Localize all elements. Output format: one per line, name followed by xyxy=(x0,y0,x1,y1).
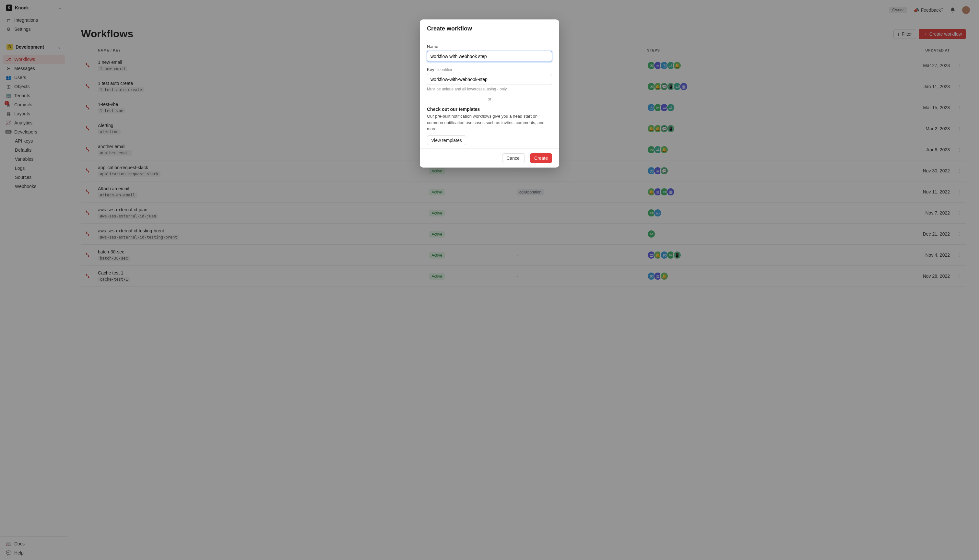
key-hint: Identifier xyxy=(437,67,452,72)
create-label: Create xyxy=(534,155,548,161)
view-templates-label: View templates xyxy=(431,138,462,143)
or-text: or xyxy=(487,97,492,102)
view-templates-button[interactable]: View templates xyxy=(427,135,466,145)
key-input[interactable] xyxy=(427,74,552,85)
key-label-text: Key xyxy=(427,67,434,72)
templates-desc: Our pre-built notification workflows giv… xyxy=(427,113,552,132)
name-label: Name xyxy=(427,44,552,49)
create-button[interactable]: Create xyxy=(530,153,552,163)
cancel-button[interactable]: Cancel xyxy=(502,153,525,163)
cancel-label: Cancel xyxy=(506,155,520,161)
modal-title: Create workflow xyxy=(420,20,559,38)
or-separator: or xyxy=(427,97,552,102)
key-label: Key Identifier xyxy=(427,67,552,72)
create-workflow-modal: Create workflow Name Key Identifier Must… xyxy=(420,20,559,168)
name-input[interactable] xyxy=(427,51,552,62)
modal-overlay[interactable]: Create workflow Name Key Identifier Must… xyxy=(0,0,979,560)
templates-title: Check out our templates xyxy=(427,107,552,112)
key-help: Must be unique and all lowercase, using … xyxy=(427,87,552,92)
